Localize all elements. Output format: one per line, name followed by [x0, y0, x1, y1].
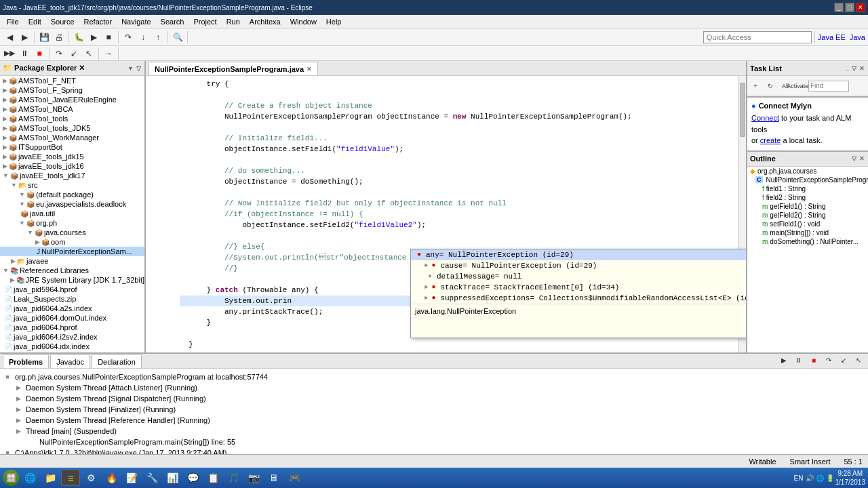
bottom-content[interactable]: ■ org.ph.java.courses.NullPointerExcepti… — [0, 369, 868, 464]
debug-step-over[interactable]: ↷ — [52, 47, 66, 60]
outline-main[interactable]: m main(String[]) : void — [747, 228, 868, 237]
toolbar-step-return[interactable]: ↑ — [151, 30, 165, 44]
tree-item[interactable]: ▶📂javaee — [0, 256, 144, 266]
menu-window[interactable]: Window — [286, 17, 321, 26]
tab-javadoc[interactable]: Javadoc — [50, 354, 90, 368]
taskbar-chrome[interactable]: ⚙ — [81, 470, 100, 486]
toolbar-debug[interactable]: 🐛 — [72, 30, 85, 44]
mylyn-create-link[interactable]: create — [760, 136, 781, 144]
debug-suspend-btn[interactable]: ⏸ — [792, 353, 806, 367]
tree-item[interactable]: ▶📦javaEE_tools_jdk16 — [0, 161, 144, 171]
tree-item[interactable]: ▶📦AMSTool_JavaEERuleEngine — [0, 95, 144, 104]
java-ee-perspective[interactable]: Java EE — [818, 33, 846, 41]
package-explorer-content[interactable]: ▶📦AMSTool_F_NET▶📦AMSTool_F_Spring▶📦AMSTo… — [0, 76, 144, 352]
tree-item[interactable]: ▶📦ITSupportBot — [0, 142, 144, 152]
task-minimize[interactable]: _ — [845, 64, 850, 73]
mylyn-connect-link[interactable]: Connect — [751, 114, 779, 122]
taskbar-item1[interactable]: 🔧 — [142, 470, 161, 486]
debug-item-process[interactable]: ■ org.ph.java.courses.NullPointerExcepti… — [3, 371, 865, 382]
outline-class[interactable]: C NullPointerExceptionSampleProgram — [747, 176, 868, 184]
menu-file[interactable]: File — [3, 17, 23, 26]
tree-item[interactable]: ▶📦AMSTool_tools_JDK5 — [0, 123, 144, 133]
tree-item[interactable]: 📄Leak_Suspects.zip — [0, 294, 144, 304]
debug-step-over-btn[interactable]: ↷ — [822, 353, 835, 367]
task-find-input[interactable] — [808, 81, 849, 92]
outline-getfield2[interactable]: m getField2() : String — [747, 211, 868, 220]
taskbar-item2[interactable]: 📊 — [163, 470, 182, 486]
outline-dosomething[interactable]: m doSomething() : NullPointer... — [747, 237, 868, 246]
tab-problems[interactable]: Problems — [3, 354, 49, 368]
debug-terminate-btn[interactable]: ■ — [807, 353, 821, 367]
outline-menu[interactable]: ▽ — [851, 155, 857, 163]
menu-architexa[interactable]: Architexa — [245, 17, 285, 26]
tree-item[interactable]: ▶📦AMSTool_F_Spring — [0, 85, 144, 95]
editor-tab-main[interactable]: NullPointerExceptionSampleProgram.java ✕ — [149, 62, 318, 75]
menu-refactor[interactable]: Refactor — [80, 17, 117, 26]
taskbar-eclipse[interactable]: ☰ — [61, 470, 80, 486]
toolbar-step-into[interactable]: ↓ — [136, 30, 150, 44]
tree-item[interactable]: 📄java_pid6064.i2sv2.index — [0, 332, 144, 342]
debug-use-step[interactable]: → — [102, 47, 115, 60]
task-sync[interactable]: ↻ — [764, 79, 777, 93]
tree-item[interactable]: ▶📦AMSTool_F_NET — [0, 76, 144, 85]
ac-item-1[interactable]: ► ● cause= NullPointerException (id=29) — [411, 260, 746, 271]
tree-item[interactable]: ▼📦java.courses — [0, 228, 144, 237]
debug-step-ret[interactable]: ↖ — [82, 47, 96, 60]
debug-frame-main[interactable]: NullPointerExceptionSampleProgram.main(S… — [3, 436, 865, 447]
menu-edit[interactable]: Edit — [24, 17, 45, 26]
taskbar-item5[interactable]: 🎵 — [224, 470, 243, 486]
tree-item[interactable]: 📦java.util — [0, 209, 144, 218]
tree-item[interactable]: 📄java_pid6064.domOut.index — [0, 313, 144, 323]
toolbar-forward[interactable]: ▶ — [18, 30, 31, 44]
outline-field2[interactable]: f field2 : String — [747, 193, 868, 202]
tree-item[interactable]: 📄java_pid6064.hprof — [0, 323, 144, 332]
taskbar-item6[interactable]: 📷 — [244, 470, 263, 486]
debug-thread-main[interactable]: ▶ Thread [main] (Suspended) — [3, 426, 865, 436]
ac-item-2[interactable]: ● detailMessage= null — [411, 271, 746, 282]
quick-access-input[interactable] — [703, 31, 812, 43]
ac-item-4[interactable]: ► ● suppressedExceptions= Collections$Un… — [411, 293, 746, 304]
taskbar-item8[interactable]: 🎮 — [285, 470, 304, 486]
menu-project[interactable]: Project — [189, 17, 220, 26]
menu-search[interactable]: Search — [157, 17, 189, 26]
pkg-menu[interactable]: ▽ — [136, 64, 142, 73]
tree-item[interactable]: ▼📦javaEE_tools_jdk17 — [0, 171, 144, 180]
outline-field1[interactable]: f field1 : String — [747, 184, 868, 193]
debug-thread-2[interactable]: ▶ Daemon System Thread [Signal Dispatche… — [3, 393, 865, 404]
tree-item[interactable]: ▼📦org.ph — [0, 218, 144, 228]
debug-terminate[interactable]: ■ — [33, 47, 46, 60]
task-menu[interactable]: ▽ — [851, 64, 857, 73]
task-activate[interactable]: Activate... — [793, 79, 807, 93]
toolbar-save[interactable]: 💾 — [37, 30, 51, 44]
tree-item[interactable]: 📄java_pid6064.inbound.index — [0, 351, 144, 352]
autocomplete-popup[interactable]: ● any= NullPointerException (id=29) ► ● … — [410, 249, 746, 338]
taskbar-ff[interactable]: 🔥 — [102, 470, 121, 486]
outline-setfield1[interactable]: m setField1() : void — [747, 220, 868, 228]
debug-resume-btn[interactable]: ▶ — [777, 353, 791, 367]
tree-item[interactable]: ▶📚JRE System Library [JDK 1.7_32bit] — [0, 275, 144, 285]
menu-source[interactable]: Source — [47, 17, 79, 26]
task-new[interactable]: + — [749, 79, 762, 93]
tree-item[interactable]: ▼📂src — [0, 180, 144, 190]
menu-run[interactable]: Run — [222, 17, 244, 26]
tree-item[interactable]: ▶📦oom — [0, 237, 144, 247]
taskbar-explorer[interactable]: 📁 — [41, 470, 60, 486]
taskbar-item4[interactable]: 📋 — [203, 470, 222, 486]
tree-item[interactable]: ▶📦AMSTool_tools — [0, 114, 144, 123]
close-button[interactable]: ✕ — [856, 3, 865, 12]
tree-item[interactable]: ▶📦javaEE_tools_jdk15 — [0, 152, 144, 161]
tab-declaration[interactable]: Declaration — [92, 354, 142, 368]
toolbar-print[interactable]: 🖨 — [52, 30, 66, 44]
tree-item[interactable]: 📄java_pid6064.a2s.index — [0, 304, 144, 313]
scrollbar-thumb[interactable] — [740, 83, 745, 137]
outline-getfield1[interactable]: m getField1() : String — [747, 202, 868, 211]
debug-step-in[interactable]: ↙ — [67, 47, 81, 60]
debug-resume[interactable]: ▶▶ — [3, 47, 16, 60]
tree-item[interactable]: 📄java_pid6064.idx.index — [0, 342, 144, 351]
task-close[interactable]: ✕ — [859, 64, 865, 73]
toolbar-search[interactable]: 🔍 — [171, 30, 184, 44]
tree-item[interactable]: ▼📦eu.javaspecialists.deadlock — [0, 199, 144, 209]
taskbar-item3[interactable]: 💬 — [183, 470, 202, 486]
start-button[interactable]: 🪟 — [3, 470, 19, 486]
debug-step-in-btn[interactable]: ↙ — [837, 353, 850, 367]
